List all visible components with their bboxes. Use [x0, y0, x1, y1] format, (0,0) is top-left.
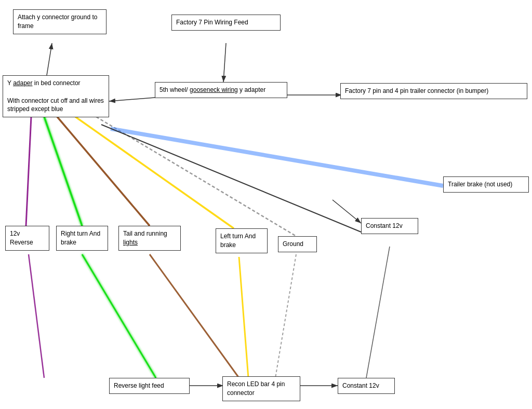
svg-line-8: [82, 254, 156, 378]
12v-reverse-label: 12v Reverse: [10, 230, 33, 246]
12v-reverse-box: 12v Reverse: [5, 226, 49, 251]
svg-line-2: [57, 117, 150, 226]
constant-12v-bottom-label: Constant 12v: [342, 382, 379, 389]
factory-7pin-feed-label: Factory 7 Pin Wiring Feed: [176, 19, 248, 26]
recon-led-box: Recon LED bar 4 pin connector: [222, 376, 300, 401]
factory-7pin-bumper-label: Factory 7 pin and 4 pin trailer connecto…: [345, 87, 488, 94]
svg-line-4: [96, 117, 296, 236]
trailer-brake-label: Trailer brake (not used): [448, 181, 512, 188]
svg-line-1: [44, 117, 82, 226]
right-turn-brake-label: Right turn And brake: [61, 230, 100, 246]
left-turn-brake-box: Left turn And brake: [216, 228, 268, 253]
svg-line-5: [111, 129, 443, 186]
svg-line-17: [332, 200, 361, 223]
tail-running-label: Tail and running lights: [123, 230, 167, 246]
reverse-light-feed-label: Reverse light feed: [114, 382, 164, 389]
trailer-brake-box: Trailer brake (not used): [443, 176, 529, 193]
ground-box: Ground: [278, 236, 317, 252]
svg-line-3: [75, 117, 234, 228]
svg-line-10: [239, 257, 248, 378]
5th-wheel-box: 5th wheel/ gooseneck wiring y adapter: [155, 82, 287, 98]
svg-line-0: [26, 117, 31, 226]
svg-line-13: [223, 43, 226, 82]
svg-line-11: [275, 254, 296, 378]
factory-7pin-bumper-box: Factory 7 pin and 4 pin trailer connecto…: [340, 83, 527, 99]
y-adapter-box: Y adaper in bed connectorWith connector …: [3, 75, 109, 117]
svg-line-16: [47, 43, 52, 75]
5th-wheel-label: 5th wheel/ gooseneck wiring y adapter: [159, 86, 265, 93]
recon-led-label: Recon LED bar 4 pin connector: [227, 380, 285, 397]
diagram-container: Attach y connector ground to frame Facto…: [0, 0, 532, 409]
constant-12v-bottom-box: Constant 12v: [338, 378, 395, 394]
attach-ground-box: Attach y connector ground to frame: [13, 9, 107, 34]
y-adapter-label: Y adaper in bed connectorWith connector …: [7, 79, 104, 113]
ground-label: Ground: [283, 240, 303, 248]
svg-line-7: [29, 254, 44, 378]
left-turn-brake-label: Left turn And brake: [220, 233, 256, 249]
constant-12v-top-label: Constant 12v: [366, 222, 403, 229]
reverse-light-feed-box: Reverse light feed: [109, 378, 190, 394]
attach-ground-label: Attach y connector ground to frame: [18, 13, 97, 30]
factory-7pin-feed-box: Factory 7 Pin Wiring Feed: [171, 15, 281, 31]
svg-line-12: [366, 247, 390, 378]
svg-line-6: [101, 125, 361, 232]
wiring-diagram-svg: [0, 0, 532, 409]
constant-12v-top-box: Constant 12v: [361, 218, 418, 234]
tail-running-box: Tail and running lights: [118, 226, 181, 251]
svg-line-15: [109, 98, 155, 101]
right-turn-brake-box: Right turn And brake: [56, 226, 108, 251]
svg-line-9: [150, 254, 239, 378]
